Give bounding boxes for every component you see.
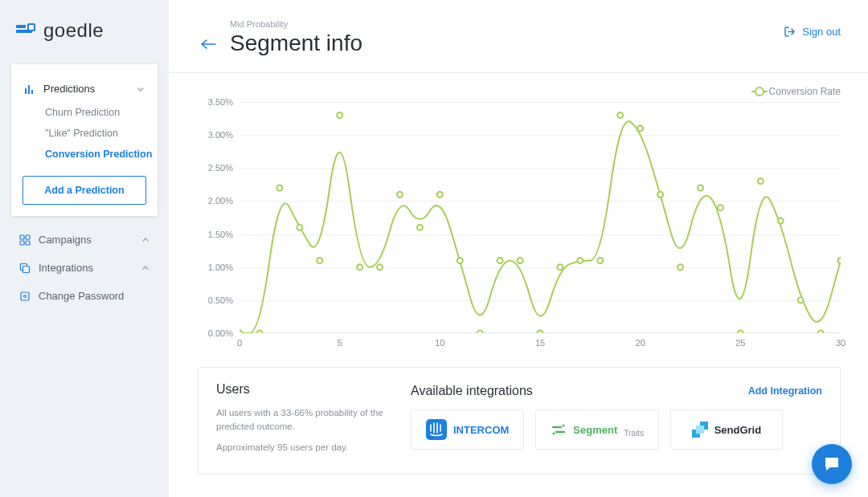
add-prediction-button[interactable]: Add a Prediction bbox=[23, 176, 146, 205]
y-tick-label: 1.00% bbox=[208, 263, 233, 272]
layers-icon bbox=[19, 263, 31, 274]
segment-icon bbox=[551, 422, 567, 438]
integration-segment-sub: Traits bbox=[624, 429, 644, 438]
svg-point-24 bbox=[417, 225, 423, 230]
svg-rect-13 bbox=[21, 292, 29, 300]
main: Mid Probability Segment info Sign out Co… bbox=[169, 0, 868, 497]
y-tick-label: 3.50% bbox=[208, 97, 233, 107]
x-tick-label: 5 bbox=[338, 338, 342, 348]
sendgrid-icon bbox=[692, 422, 708, 438]
svg-point-52 bbox=[553, 433, 555, 435]
back-button[interactable] bbox=[198, 34, 219, 55]
y-tick-label: 2.00% bbox=[208, 196, 233, 206]
nav-conversion[interactable]: Conversion Prediction bbox=[11, 144, 158, 165]
svg-rect-10 bbox=[26, 241, 30, 245]
integration-segment-label: Segment bbox=[573, 424, 617, 436]
nav-like[interactable]: "Like" Prediction bbox=[11, 123, 158, 144]
heading: Mid Probability Segment info bbox=[230, 19, 362, 56]
arrow-left-icon bbox=[199, 39, 217, 50]
svg-point-44 bbox=[818, 331, 824, 334]
x-tick-label: 10 bbox=[435, 338, 444, 348]
svg-point-31 bbox=[557, 264, 563, 270]
svg-point-20 bbox=[337, 112, 342, 118]
svg-point-28 bbox=[497, 258, 503, 263]
svg-point-15 bbox=[240, 331, 243, 334]
sidebar: goedle Predictions Churn Prediction "Lik… bbox=[0, 0, 169, 497]
intercom-icon bbox=[426, 419, 447, 440]
svg-point-14 bbox=[24, 295, 27, 297]
x-tick-label: 20 bbox=[636, 338, 645, 348]
y-tick-label: 3.00% bbox=[208, 130, 233, 140]
svg-point-23 bbox=[397, 192, 403, 198]
chevron-up-icon bbox=[141, 264, 149, 272]
add-integration-link[interactable]: Add Integration bbox=[748, 385, 822, 397]
x-tick-label: 15 bbox=[535, 338, 545, 348]
svg-point-41 bbox=[758, 178, 764, 184]
chart-legend: Conversion Rate bbox=[198, 86, 841, 97]
x-tick-label: 0 bbox=[237, 338, 242, 348]
nav-other: Campaigns Integrations Change Password bbox=[0, 226, 169, 310]
svg-point-45 bbox=[838, 258, 841, 263]
svg-point-18 bbox=[297, 225, 302, 230]
svg-point-33 bbox=[597, 258, 603, 263]
users-approx: Approximately 95 users per day. bbox=[216, 441, 385, 454]
svg-rect-8 bbox=[26, 235, 30, 239]
svg-point-42 bbox=[778, 218, 784, 224]
grid-icon bbox=[19, 234, 31, 246]
integration-intercom-label: INTERCOM bbox=[453, 424, 509, 436]
svg-point-38 bbox=[698, 185, 703, 190]
logo-icon bbox=[16, 20, 37, 41]
svg-point-16 bbox=[256, 331, 262, 334]
chevron-down-icon bbox=[137, 85, 145, 93]
integration-segment[interactable]: Segment Traits bbox=[535, 409, 659, 450]
x-tick-label: 25 bbox=[735, 338, 745, 348]
svg-point-19 bbox=[317, 258, 322, 263]
svg-rect-46 bbox=[426, 419, 447, 440]
svg-point-22 bbox=[377, 264, 383, 270]
svg-point-21 bbox=[357, 264, 362, 270]
svg-point-25 bbox=[437, 192, 443, 198]
bars-icon bbox=[24, 84, 35, 95]
svg-point-29 bbox=[518, 258, 523, 263]
chat-launcher[interactable] bbox=[812, 444, 852, 484]
chat-icon bbox=[822, 454, 841, 474]
y-tick-label: 2.50% bbox=[208, 163, 233, 173]
nav-predictions-label: Predictions bbox=[43, 83, 95, 95]
nav-churn[interactable]: Churn Prediction bbox=[11, 102, 158, 123]
svg-rect-3 bbox=[29, 25, 34, 30]
integration-intercom[interactable]: INTERCOM bbox=[411, 409, 524, 450]
integrations-col: Available integrations Add Integration I… bbox=[411, 382, 822, 450]
svg-rect-5 bbox=[28, 85, 30, 94]
svg-point-26 bbox=[457, 258, 463, 263]
svg-rect-55 bbox=[696, 426, 704, 434]
chevron-up-icon bbox=[141, 236, 149, 244]
y-tick-label: 0.00% bbox=[208, 328, 233, 338]
svg-point-34 bbox=[617, 112, 623, 118]
nav-change-password-label: Change Password bbox=[39, 290, 124, 302]
nav-change-password[interactable]: Change Password bbox=[11, 282, 158, 310]
svg-rect-9 bbox=[20, 241, 24, 245]
nav-campaigns[interactable]: Campaigns bbox=[11, 226, 158, 254]
integrations-heading: Available integrations bbox=[411, 384, 533, 398]
svg-rect-12 bbox=[23, 266, 30, 272]
svg-point-37 bbox=[678, 264, 683, 270]
svg-point-39 bbox=[718, 205, 723, 210]
signout-icon bbox=[784, 26, 796, 38]
predictions-card: Predictions Churn Prediction "Like" Pred… bbox=[11, 64, 158, 216]
nav-predictions[interactable]: Predictions bbox=[11, 75, 158, 102]
svg-point-43 bbox=[798, 297, 804, 303]
topbar: Mid Probability Segment info Sign out bbox=[169, 0, 868, 73]
svg-point-51 bbox=[563, 425, 565, 427]
signout-button[interactable]: Sign out bbox=[784, 26, 841, 38]
svg-point-30 bbox=[538, 331, 543, 334]
x-tick-label: 30 bbox=[836, 338, 845, 348]
page-title: Segment info bbox=[230, 31, 362, 56]
bottom-card: Users All users with a 33-66% probabilit… bbox=[198, 367, 841, 475]
nav-integrations[interactable]: Integrations bbox=[11, 254, 158, 282]
svg-point-36 bbox=[657, 192, 663, 198]
chart-area: 0.00%0.50%1.00%1.50%2.00%2.50%3.00%3.50%… bbox=[198, 102, 841, 351]
users-col: Users All users with a 33-66% probabilit… bbox=[216, 382, 385, 462]
y-tick-label: 1.50% bbox=[208, 230, 233, 239]
integration-sendgrid[interactable]: SendGrid bbox=[670, 409, 783, 450]
nav-campaigns-label: Campaigns bbox=[39, 234, 92, 246]
